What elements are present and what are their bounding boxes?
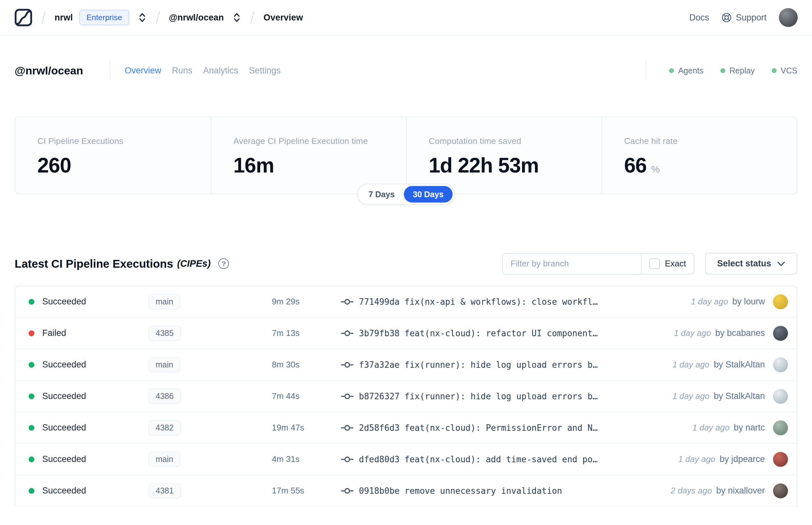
user-avatar[interactable] [779, 8, 798, 27]
cipe-row[interactable]: Succeeded 4382 19m 47s 2d58f6d3feat(nx-c… [15, 412, 797, 444]
breadcrumb-slash-icon [41, 10, 46, 25]
git-commit-icon [341, 424, 354, 432]
branch-badge: 4386 [149, 389, 181, 404]
author-avatar[interactable] [773, 483, 788, 498]
status-label: Succeeded [42, 297, 86, 307]
tab-overview[interactable]: Overview [125, 65, 162, 76]
author-avatar[interactable] [773, 326, 788, 341]
branch-badge: 4381 [149, 483, 181, 498]
time-ago-label: 1 day ago [672, 360, 709, 370]
commit-message: fix(runner): hide log upload errors b… [404, 360, 598, 370]
cipe-row[interactable]: Succeeded main 9m 29s 771499dafix(nx-api… [15, 286, 797, 318]
env-divider [646, 61, 646, 80]
nx-cloud-logo-icon[interactable] [14, 9, 32, 27]
git-commit-icon [341, 392, 354, 401]
status-select-button[interactable]: Select status [705, 253, 797, 274]
cipe-row[interactable]: Succeeded 4386 7m 44s b8726327fix(runner… [15, 381, 797, 412]
date-range-toggle: 7 Days 30 Days [357, 184, 455, 205]
commit-text[interactable]: b8726327fix(runner): hide log upload err… [359, 391, 598, 401]
git-commit-icon [341, 487, 354, 495]
status-label: Failed [42, 328, 66, 338]
git-commit-icon [341, 329, 354, 338]
author-avatar[interactable] [773, 420, 788, 435]
breadcrumb-org[interactable]: nrwl [55, 13, 73, 23]
chevron-down-icon [777, 261, 785, 266]
org-switcher-chevron-icon[interactable] [138, 12, 147, 23]
commit-message: remove unnecessary invalidation [404, 486, 562, 496]
branch-filter-group: Exact [502, 253, 694, 274]
commit-text[interactable]: dfed80d3feat(nx-cloud): add time-saved e… [359, 454, 598, 464]
top-navbar: nrwl Enterprise @nrwl/ocean Overview Doc… [0, 0, 812, 36]
status-dot [29, 488, 34, 494]
workspace-header: @nrwl/ocean Overview Runs Analytics Sett… [0, 60, 812, 81]
cipe-section-header: Latest CI Pipeline Executions (CIPEs) ? … [0, 253, 812, 274]
cipe-table: Succeeded main 9m 29s 771499dafix(nx-api… [15, 286, 797, 507]
commit-text[interactable]: f37a32aefix(runner): hide log upload err… [359, 360, 598, 370]
duration-label: 4m 31s [272, 454, 341, 464]
green-dot-icon [720, 68, 725, 73]
commit-hash: 2d58f6d3 [359, 423, 399, 433]
author-label: by StalkAltan [714, 391, 765, 401]
author-label: by nixallover [716, 486, 765, 496]
range-7-days[interactable]: 7 Days [359, 186, 404, 203]
tab-analytics[interactable]: Analytics [203, 65, 238, 76]
commit-hash: 0918b0be [359, 486, 399, 496]
commit-text[interactable]: 0918b0beremove unnecessary invalidation [359, 486, 562, 496]
commit-text[interactable]: 771499dafix(nx-api & workflows): close w… [359, 297, 598, 307]
time-ago-label: 1 day ago [692, 423, 730, 433]
header-divider [110, 61, 110, 80]
author-label: by lourw [732, 297, 765, 307]
time-ago-label: 1 day ago [678, 454, 715, 464]
status-label: Succeeded [42, 486, 86, 496]
author-avatar[interactable] [773, 452, 788, 467]
duration-label: 9m 29s [272, 297, 341, 307]
breadcrumb-slash-icon [250, 10, 255, 25]
branch-badge: main [149, 452, 180, 467]
green-dot-icon [772, 68, 777, 73]
git-commit-icon [341, 455, 354, 464]
breadcrumb-page: Overview [263, 13, 303, 23]
branch-badge: 4385 [149, 326, 181, 341]
commit-hash: b8726327 [359, 391, 399, 401]
branch-badge: 4382 [149, 420, 181, 435]
breadcrumb: nrwl Enterprise @nrwl/ocean Overview [14, 9, 303, 27]
author-label: by nartc [734, 423, 765, 433]
cipe-row[interactable]: Succeeded main 8m 30s f37a32aefix(runner… [15, 349, 797, 381]
cipe-row[interactable]: Succeeded main 4m 31s dfed80d3feat(nx-cl… [15, 444, 797, 475]
branch-filter-input[interactable] [503, 254, 641, 274]
commit-hash: f37a32ae [359, 360, 399, 370]
breadcrumb-workspace[interactable]: @nrwl/ocean [169, 13, 224, 23]
commit-text[interactable]: 2d58f6d3feat(nx-cloud): PermissionError … [359, 423, 598, 433]
commit-text[interactable]: 3b79fb38feat(nx-cloud): refactor UI comp… [359, 328, 598, 338]
author-avatar[interactable] [773, 389, 788, 404]
cipe-row[interactable]: Succeeded 4381 17m 55s 0918b0beremove un… [15, 475, 797, 507]
author-avatar[interactable] [773, 294, 788, 309]
exact-checkbox[interactable] [649, 258, 660, 269]
green-dot-icon [669, 68, 674, 73]
env-badge-replay[interactable]: Replay [720, 66, 755, 75]
status-label: Succeeded [42, 454, 86, 464]
status-dot [29, 425, 34, 431]
help-icon[interactable]: ? [218, 258, 229, 269]
tab-runs[interactable]: Runs [172, 65, 192, 76]
percent-unit: % [651, 164, 660, 175]
range-30-days[interactable]: 30 Days [404, 186, 453, 203]
author-label: by StalkAltan [714, 360, 765, 370]
stat-card-ci-executions: CI Pipeline Executions 260 [15, 117, 211, 194]
stat-card-time-saved: Computation time saved 1d 22h 53m [406, 117, 601, 194]
duration-label: 19m 47s [272, 423, 341, 433]
page-title: @nrwl/ocean [15, 64, 83, 77]
cipe-title: Latest CI Pipeline Executions [15, 257, 173, 270]
cipe-row[interactable]: Failed 4385 7m 13s 3b79fb38feat(nx-cloud… [15, 318, 797, 349]
status-dot [29, 299, 34, 305]
support-link[interactable]: Support [721, 12, 767, 23]
workspace-switcher-chevron-icon[interactable] [232, 12, 241, 23]
docs-link[interactable]: Docs [689, 13, 709, 23]
author-avatar[interactable] [773, 357, 788, 372]
tab-settings[interactable]: Settings [249, 65, 281, 76]
git-commit-icon [341, 361, 354, 369]
status-label: Succeeded [42, 423, 86, 433]
env-badge-vcs[interactable]: VCS [772, 66, 797, 75]
env-badge-agents[interactable]: Agents [669, 66, 704, 75]
status-dot [29, 362, 34, 368]
